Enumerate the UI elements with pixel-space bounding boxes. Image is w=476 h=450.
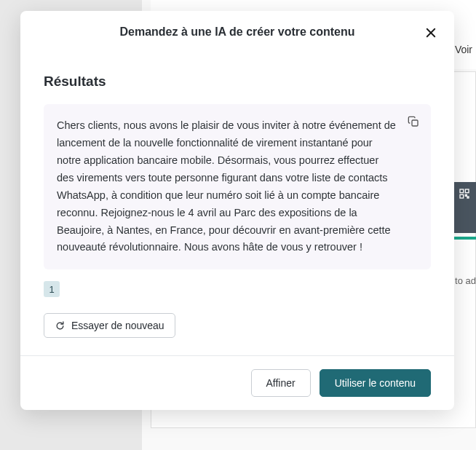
svg-rect-0	[460, 189, 464, 193]
use-content-button[interactable]: Utiliser le contenu	[320, 369, 431, 397]
svg-rect-7	[412, 120, 418, 126]
svg-rect-2	[460, 194, 464, 198]
modal-header: Demandez à une IA de créer votre contenu	[20, 11, 454, 53]
close-button[interactable]	[422, 24, 440, 42]
svg-rect-4	[467, 197, 469, 198]
retry-icon	[55, 320, 66, 331]
modal-title: Demandez à une IA de créer votre contenu	[119, 25, 354, 39]
ai-content-modal: Demandez à une IA de créer votre contenu…	[20, 11, 454, 410]
copy-icon	[408, 116, 419, 127]
result-box: Chers clients, nous avons le plaisir de …	[44, 104, 431, 269]
result-text: Chers clients, nous avons le plaisir de …	[57, 117, 396, 256]
voir-link[interactable]: Voir	[451, 40, 476, 59]
retry-button[interactable]: Essayer de nouveau	[44, 313, 175, 338]
close-icon	[424, 26, 437, 39]
modal-footer: Affiner Utiliser le contenu	[20, 355, 454, 410]
svg-rect-3	[465, 194, 467, 196]
qr-icon	[459, 188, 470, 200]
page-number-badge[interactable]: 1	[44, 281, 60, 297]
qr-panel[interactable]	[453, 182, 476, 233]
results-heading: Résultats	[44, 74, 431, 90]
copy-button[interactable]	[406, 114, 421, 129]
partial-text: to ad	[455, 275, 476, 286]
accent-bar	[453, 237, 476, 240]
modal-body: Résultats Chers clients, nous avons le p…	[20, 53, 454, 355]
refine-button[interactable]: Affiner	[251, 369, 311, 397]
pagination: 1	[44, 281, 431, 297]
retry-label: Essayer de nouveau	[71, 320, 164, 331]
svg-rect-1	[465, 189, 469, 193]
